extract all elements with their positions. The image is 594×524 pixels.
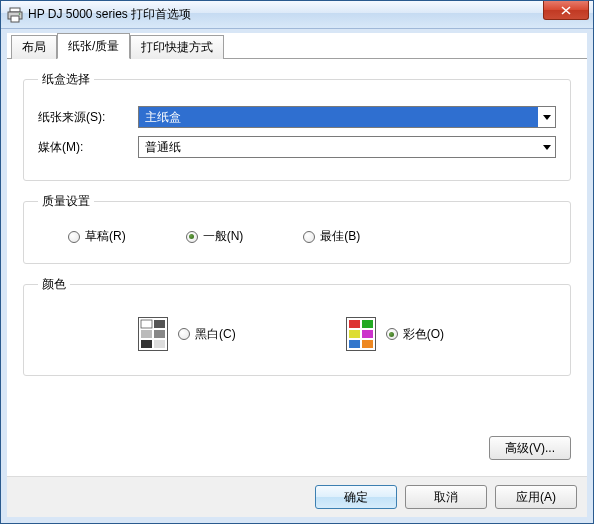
- radio-bw-label: 黑白(C): [195, 326, 236, 343]
- close-button[interactable]: [543, 1, 589, 20]
- bw-swatch-icon: [138, 317, 168, 351]
- radio-icon: [186, 231, 198, 243]
- svg-rect-10: [349, 320, 360, 328]
- tray-legend: 纸盒选择: [38, 71, 94, 88]
- svg-rect-9: [154, 340, 165, 348]
- ok-button[interactable]: 确定: [315, 485, 397, 509]
- svg-rect-11: [362, 320, 373, 328]
- tab-paper-quality[interactable]: 纸张/质量: [57, 33, 130, 59]
- cancel-button[interactable]: 取消: [405, 485, 487, 509]
- svg-rect-6: [141, 330, 152, 338]
- radio-normal[interactable]: 一般(N): [186, 228, 244, 245]
- radio-draft[interactable]: 草稿(R): [68, 228, 126, 245]
- color-option-color: 彩色(O): [346, 317, 444, 351]
- paper-source-dropdown[interactable]: 主纸盒: [138, 106, 556, 128]
- svg-rect-15: [362, 340, 373, 348]
- svg-rect-8: [141, 340, 152, 348]
- color-option-bw: 黑白(C): [138, 317, 236, 351]
- printer-icon: [7, 7, 23, 23]
- svg-rect-14: [349, 340, 360, 348]
- svg-rect-4: [141, 320, 152, 328]
- radio-icon: [386, 328, 398, 340]
- paper-source-value: 主纸盒: [139, 109, 538, 126]
- titlebar: HP DJ 5000 series 打印首选项: [1, 1, 593, 29]
- tray-selection-group: 纸盒选择 纸张来源(S): 主纸盒 媒体(M): 普通纸: [23, 71, 571, 181]
- radio-draft-label: 草稿(R): [85, 228, 126, 245]
- radio-color-label: 彩色(O): [403, 326, 444, 343]
- apply-button[interactable]: 应用(A): [495, 485, 577, 509]
- advanced-button[interactable]: 高级(V)...: [489, 436, 571, 460]
- svg-rect-2: [11, 16, 19, 22]
- radio-icon: [303, 231, 315, 243]
- window-title: HP DJ 5000 series 打印首选项: [28, 6, 191, 23]
- radio-best[interactable]: 最佳(B): [303, 228, 360, 245]
- chevron-down-icon: [538, 107, 555, 127]
- svg-rect-5: [154, 320, 165, 328]
- svg-rect-13: [362, 330, 373, 338]
- quality-settings-group: 质量设置 草稿(R) 一般(N) 最佳(B): [23, 193, 571, 264]
- print-preferences-window: HP DJ 5000 series 打印首选项 布局 纸张/质量 打印快捷方式 …: [0, 0, 594, 524]
- tab-shortcut[interactable]: 打印快捷方式: [130, 35, 224, 59]
- advanced-row: 高级(V)...: [23, 432, 571, 468]
- tab-strip: 布局 纸张/质量 打印快捷方式: [7, 33, 587, 59]
- color-swatch-icon: [346, 317, 376, 351]
- tab-panel-paper-quality: 纸盒选择 纸张来源(S): 主纸盒 媒体(M): 普通纸: [7, 59, 587, 476]
- radio-normal-label: 一般(N): [203, 228, 244, 245]
- paper-source-label: 纸张来源(S):: [38, 109, 138, 126]
- svg-rect-7: [154, 330, 165, 338]
- media-dropdown[interactable]: 普通纸: [138, 136, 556, 158]
- svg-point-3: [19, 13, 21, 15]
- radio-icon: [178, 328, 190, 340]
- radio-bw[interactable]: 黑白(C): [178, 326, 236, 343]
- dialog-button-row: 确定 取消 应用(A): [7, 476, 587, 517]
- radio-icon: [68, 231, 80, 243]
- dialog-body: 布局 纸张/质量 打印快捷方式 纸盒选择 纸张来源(S): 主纸盒 媒体(M): [1, 29, 593, 523]
- media-value: 普通纸: [139, 139, 538, 156]
- svg-rect-0: [10, 8, 20, 12]
- radio-best-label: 最佳(B): [320, 228, 360, 245]
- radio-color[interactable]: 彩色(O): [386, 326, 444, 343]
- chevron-down-icon: [538, 137, 555, 157]
- svg-rect-12: [349, 330, 360, 338]
- color-group: 颜色: [23, 276, 571, 376]
- color-legend: 颜色: [38, 276, 70, 293]
- tab-layout[interactable]: 布局: [11, 35, 57, 59]
- media-label: 媒体(M):: [38, 139, 138, 156]
- quality-legend: 质量设置: [38, 193, 94, 210]
